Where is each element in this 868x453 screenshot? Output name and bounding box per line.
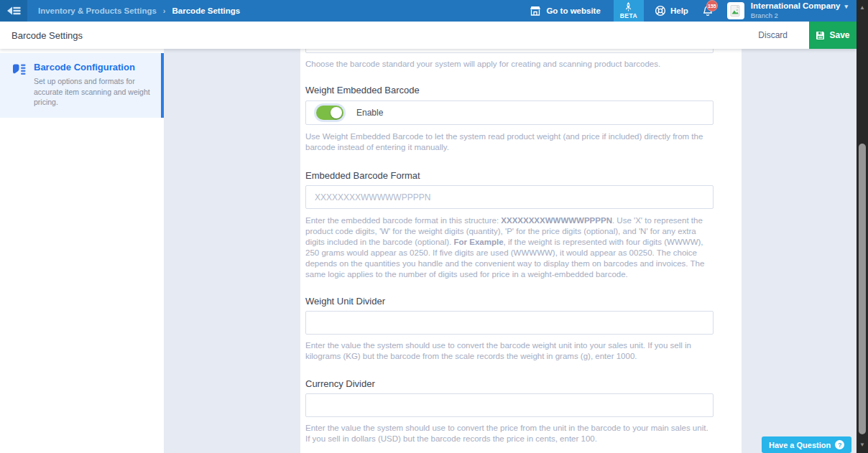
barcode-scanner-icon (11, 63, 27, 108)
floppy-save-icon (816, 31, 825, 40)
back-arrow-icon (7, 6, 21, 16)
currency-divider-hint: Enter the value the system should use to… (305, 423, 714, 444)
have-a-question-button[interactable]: Have a Question ? (762, 436, 851, 453)
weight-unit-divider-hint: Enter the value the system should use to… (305, 340, 714, 362)
sidebar-item-description: Set up options and formats for accurate … (34, 76, 150, 108)
embedded-barcode-format-label: Embedded Barcode Format (305, 170, 714, 181)
topbar-actions: Go to website BETA (530, 0, 857, 22)
company-logo[interactable] (727, 2, 744, 19)
breadcrumb: Inventory & Products Settings › Barcode … (38, 6, 240, 15)
format-structure-bold: XXXXXXXXWWWWWPPPPN (501, 216, 612, 225)
lifebuoy-icon (655, 5, 666, 17)
weight-embedded-toggle[interactable] (316, 106, 343, 120)
sidebar-item-text: Barcode Configuration Set up options and… (34, 62, 150, 108)
breadcrumb-parent[interactable]: Inventory & Products Settings (38, 6, 157, 15)
storefront-icon (530, 6, 541, 16)
company-name-label: International Company (751, 1, 841, 11)
topbar: Inventory & Products Settings › Barcode … (0, 0, 857, 22)
barcode-standard-hint: Choose the barcode standard your system … (305, 59, 714, 70)
settings-card: Choose the barcode standard your system … (300, 49, 742, 453)
toolbar-actions: Discard Save (758, 22, 857, 49)
for-example-bold: For Example (454, 238, 504, 246)
weight-embedded-hint: Use Weight Embedded Barcode to let the s… (305, 131, 714, 153)
page-scrollbar[interactable]: ▲ ▼ (857, 0, 868, 453)
go-to-website-label: Go to website (546, 6, 600, 15)
embedded-barcode-format-input[interactable] (305, 185, 714, 209)
weight-embedded-barcode-label: Weight Embedded Barcode (305, 85, 714, 95)
save-label: Save (829, 30, 849, 40)
rocket-icon (624, 2, 632, 11)
toggle-enable-label: Enable (356, 108, 383, 118)
sidebar-item-barcode-configuration[interactable]: Barcode Configuration Set up options and… (0, 53, 164, 118)
main-area: Barcode Configuration Set up options and… (0, 49, 857, 453)
go-to-website-link[interactable]: Go to website (530, 6, 600, 16)
save-button[interactable]: Save (809, 22, 857, 49)
toggle-knob (331, 107, 342, 118)
settings-sidebar: Barcode Configuration Set up options and… (0, 49, 164, 453)
barcode-standard-input-partial[interactable] (305, 49, 714, 53)
notifications-button[interactable]: 155 (701, 4, 714, 17)
chevron-down-icon: ▾ (844, 3, 848, 11)
help-label: Help (670, 6, 688, 15)
embedded-barcode-format-hint: Enter the embedded barcode format in thi… (305, 215, 714, 280)
have-a-question-label: Have a Question (769, 441, 831, 449)
weight-unit-divider-input[interactable] (305, 311, 714, 335)
page-toolbar: Barcode Settings Discard Save (0, 22, 857, 49)
beta-tab[interactable]: BETA (614, 0, 644, 22)
page-title: Barcode Settings (11, 30, 83, 41)
breadcrumb-current: Barcode Settings (172, 6, 241, 15)
notification-badge: 155 (706, 0, 718, 11)
scrollbar-down-arrow[interactable]: ▼ (857, 442, 868, 449)
branch-label: Branch 2 (751, 11, 848, 19)
help-menu[interactable]: Help (655, 5, 688, 17)
beta-label: BETA (620, 12, 637, 19)
scrollbar-up-arrow[interactable]: ▲ (857, 4, 868, 11)
breadcrumb-separator-icon: › (163, 6, 166, 15)
scrollbar-thumb[interactable] (859, 144, 866, 434)
back-button[interactable] (0, 0, 27, 22)
currency-divider-label: Currency Divider (305, 378, 714, 389)
sidebar-item-title: Barcode Configuration (34, 62, 150, 73)
currency-divider-input[interactable] (305, 393, 714, 417)
discard-button[interactable]: Discard (758, 30, 788, 40)
company-switcher[interactable]: International Company ▾ Branch 2 (751, 1, 848, 19)
weight-embedded-toggle-box: Enable (305, 101, 714, 125)
weight-unit-divider-label: Weight Unit Divider (305, 296, 714, 307)
question-mark-icon: ? (835, 440, 844, 449)
